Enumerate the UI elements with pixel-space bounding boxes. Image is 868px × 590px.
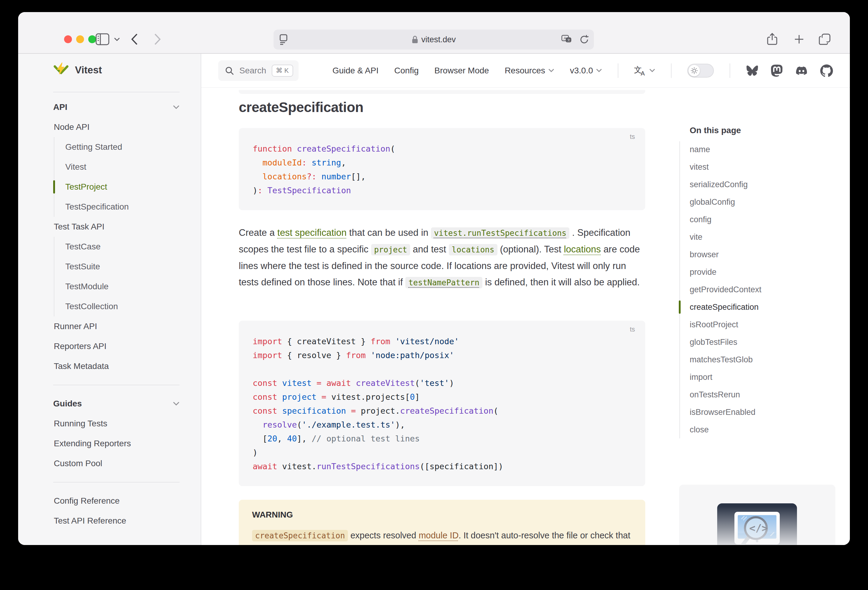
toc-item-getprovidedcontext[interactable]: getProvidedContext	[679, 281, 761, 298]
toc-item-vitest[interactable]: vitest	[679, 158, 761, 176]
toc-item-ontestsrerun[interactable]: onTestsRerun	[679, 386, 761, 403]
sidebar-item-running-tests[interactable]: Running Tests	[18, 413, 201, 434]
github-icon[interactable]	[820, 64, 833, 77]
code-token: ]	[415, 392, 419, 402]
code-token: createVitest	[356, 378, 415, 388]
toc-item-isbrowserenabled[interactable]: isBrowserEnabled	[679, 403, 761, 421]
back-icon[interactable]	[131, 32, 139, 47]
sidebar-toggle-icon[interactable]	[96, 32, 109, 47]
text-link[interactable]: locations	[564, 244, 601, 255]
sidebar-item-runner-api[interactable]: Runner API	[18, 316, 201, 336]
code-token	[277, 392, 282, 402]
discord-icon[interactable]	[795, 65, 808, 76]
sidebar-item-testsuite[interactable]: TestSuite	[55, 257, 201, 277]
sidebar-item-testcase[interactable]: TestCase	[55, 237, 201, 257]
toc-item-globalconfig[interactable]: globalConfig	[679, 193, 761, 211]
sidebar-item-config-reference[interactable]: Config Reference	[18, 491, 201, 511]
zoom-window-button[interactable]	[88, 35, 96, 43]
text-link[interactable]: module ID	[419, 531, 459, 540]
inline-code-link[interactable]: testNamePattern	[405, 277, 482, 287]
code-token: =	[351, 406, 356, 415]
theme-toggle[interactable]	[687, 64, 714, 78]
nav-divider	[729, 63, 730, 78]
nav-link-guide-api[interactable]: Guide & API	[332, 66, 379, 75]
nav-link-v3-0-0[interactable]: v3.0.0	[570, 66, 602, 75]
code-token: const	[252, 392, 277, 402]
search-icon	[225, 66, 234, 75]
code-token: =	[322, 392, 326, 402]
share-icon[interactable]	[767, 32, 777, 47]
sidebar-divider	[53, 385, 180, 385]
sidebar-item-test-api-reference[interactable]: Test API Reference	[18, 511, 201, 531]
sidebar-section-api[interactable]: API	[18, 97, 201, 117]
code-block-example[interactable]: ts import { createVitest } from 'vitest/…	[239, 321, 645, 486]
code-token: import	[252, 337, 282, 346]
toc-nav: namevitestserializedConfigglobalConfigco…	[679, 141, 761, 438]
code-token	[390, 337, 395, 346]
code-token: ([specification])	[420, 462, 503, 471]
sidebar-item-extending-reporters[interactable]: Extending Reporters	[18, 434, 201, 453]
code-token: from	[371, 337, 390, 346]
code-token: [],	[351, 172, 366, 181]
code-lang-badge: ts	[630, 133, 635, 141]
sidebar-divider	[53, 92, 180, 93]
toc-item-createspecification[interactable]: createSpecification	[679, 298, 761, 316]
inline-code-link[interactable]: vitest.runTestSpecifications	[431, 227, 570, 238]
sidebar-item-testcollection[interactable]: TestCollection	[55, 297, 201, 316]
toolbar-chevron-down-icon[interactable]	[114, 32, 120, 47]
sidebar-item-task-metadata[interactable]: Task Metadata	[18, 356, 201, 376]
site-logo[interactable]: Vitest	[53, 62, 102, 78]
tabs-overview-icon[interactable]	[818, 32, 831, 47]
toc-item-vite[interactable]: vite	[679, 228, 761, 246]
code-token	[351, 378, 356, 388]
toc-item-name[interactable]: name	[679, 141, 761, 158]
sidebar-section-guides[interactable]: Guides	[18, 394, 201, 413]
toc-item-browser[interactable]: browser	[679, 246, 761, 263]
new-tab-icon[interactable]	[794, 32, 805, 47]
toc-item-provide[interactable]: provide	[679, 263, 761, 281]
code-token	[252, 420, 263, 430]
search-button[interactable]: Search ⌘ K	[218, 60, 298, 81]
bluesky-icon[interactable]	[746, 65, 759, 77]
text-link[interactable]: test specification	[278, 227, 347, 238]
reload-icon[interactable]	[579, 34, 589, 45]
code-token	[316, 172, 321, 181]
language-menu[interactable]: 文 A	[634, 65, 655, 76]
sidebar-item-getting started[interactable]: Getting Started	[55, 137, 201, 157]
close-window-button[interactable]	[64, 35, 72, 43]
toc-item-serializedconfig[interactable]: serializedConfig	[679, 176, 761, 193]
toc-item-close[interactable]: close	[679, 421, 761, 438]
toc-item-isrootproject[interactable]: isRootProject	[679, 316, 761, 333]
sponsor-ad-card[interactable]: </>	[679, 485, 836, 545]
nav-divider	[671, 63, 672, 78]
search-label: Search	[239, 66, 266, 75]
code-block-signature[interactable]: ts function createSpecification( moduleI…	[239, 128, 645, 210]
sidebar-item-node-api[interactable]: Node API	[18, 117, 201, 137]
code-token: const	[252, 406, 277, 415]
sidebar-item-testmodule[interactable]: TestModule	[55, 277, 201, 297]
nav-link-resources[interactable]: Resources	[505, 66, 554, 75]
sidebar-item-test-task-api[interactable]: Test Task API	[18, 217, 201, 237]
code-token: 0	[410, 392, 415, 402]
browser-window: vitest.dev A 文	[18, 12, 850, 545]
forward-icon[interactable]	[154, 32, 161, 47]
sidebar-item-vitest[interactable]: Vitest	[55, 157, 201, 177]
sidebar-item-testproject[interactable]: TestProject	[55, 177, 201, 197]
minimize-window-button[interactable]	[76, 35, 84, 43]
address-bar[interactable]: vitest.dev A 文	[273, 29, 594, 50]
code-token: TestSpecification	[267, 186, 351, 195]
inline-code: createSpecification	[252, 530, 348, 541]
toc-item-config[interactable]: config	[679, 211, 761, 228]
sidebar-item-reporters-api[interactable]: Reporters API	[18, 336, 201, 356]
sidebar-item-custom-pool[interactable]: Custom Pool	[18, 453, 201, 474]
sidebar-item-testspecification[interactable]: TestSpecification	[55, 197, 201, 217]
nav-link-label: Config	[394, 66, 419, 75]
toc-item-matchestestglob[interactable]: matchesTestGlob	[679, 351, 761, 368]
nav-link-browser-mode[interactable]: Browser Mode	[434, 66, 489, 75]
nav-link-config[interactable]: Config	[394, 66, 419, 75]
toc-item-globtestfiles[interactable]: globTestFiles	[679, 333, 761, 351]
toc-item-import[interactable]: import	[679, 368, 761, 386]
code-token: function	[252, 144, 292, 153]
translate-icon[interactable]: A 文	[561, 35, 573, 44]
mastodon-icon[interactable]	[771, 65, 783, 77]
